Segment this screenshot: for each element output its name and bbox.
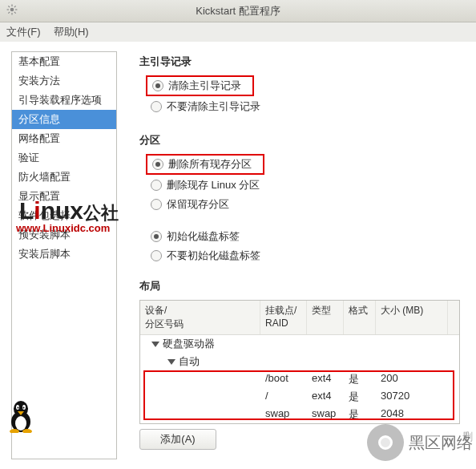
radio-keep-partitions-label: 保留现存分区 (167, 197, 229, 212)
radio-keep-mbr[interactable] (151, 101, 162, 112)
add-button[interactable]: 添加(A) (139, 429, 216, 450)
section-layout-title: 布局 (139, 279, 476, 293)
tree-hdd-label: 硬盘驱动器 (163, 337, 215, 351)
radio-remove-all[interactable] (152, 159, 163, 170)
radio-clear-mbr[interactable] (152, 80, 163, 91)
radio-remove-linux-label: 删除现存 Linux 分区 (167, 178, 260, 192)
radio-remove-linux[interactable] (151, 180, 162, 191)
radio-keep-partitions[interactable] (151, 199, 162, 210)
svg-line-6 (14, 12, 16, 14)
section-mbr-title: 主引导记录 (139, 55, 476, 69)
sidebar-item[interactable]: 显示配置 (12, 187, 116, 206)
radio-noinit-disklabel[interactable] (151, 250, 162, 261)
window-title: Kickstart 配置程序 (196, 4, 280, 18)
expander-icon[interactable] (151, 342, 159, 347)
layout-header-row: 设备/ 分区号码 挂载点/ RAID 类型 格式 大小 (MB) (140, 301, 459, 335)
sidebar-item[interactable]: 网络配置 (12, 129, 116, 148)
radio-keep-mbr-label: 不要清除主引导记录 (167, 99, 260, 114)
tree-auto[interactable]: 自动 (140, 353, 459, 370)
header-mount[interactable]: 挂载点/ RAID (260, 301, 307, 334)
tree-auto-label: 自动 (179, 354, 200, 369)
highlight-mbr-clear: 清除主引导记录 (146, 75, 254, 96)
layout-table: 设备/ 分区号码 挂载点/ RAID 类型 格式 大小 (MB) 硬盘驱动器 自… (139, 300, 460, 424)
header-size[interactable]: 大小 (MB) (376, 301, 448, 334)
main-panel: 主引导记录 清除主引导记录 不要清除主引导记录 分区 删除所有现存分区 删除现存… (117, 42, 476, 469)
svg-line-8 (14, 6, 16, 7)
menubar: 文件(F) 帮助(H) (0, 22, 476, 42)
add-button-label: 添加(A) (160, 432, 195, 447)
menu-help[interactable]: 帮助(H) (52, 23, 91, 41)
sidebar-item[interactable]: 分区信息 (12, 110, 116, 129)
sidebar-item[interactable]: 验证 (12, 148, 116, 168)
highlight-partition-rows (143, 370, 454, 420)
radio-clear-mbr-label: 清除主引导记录 (168, 79, 241, 93)
radio-init-disklabel-label: 初始化磁盘标签 (167, 229, 240, 244)
section-partition-title: 分区 (139, 133, 476, 148)
expander-icon[interactable] (167, 359, 175, 365)
svg-line-7 (8, 12, 10, 14)
svg-line-5 (8, 6, 10, 7)
menu-file[interactable]: 文件(F) (5, 23, 42, 41)
tree-hdd[interactable]: 硬盘驱动器 (140, 335, 459, 353)
delete-hint: 删 (462, 430, 476, 444)
header-format[interactable]: 格式 (344, 301, 376, 334)
sidebar-item[interactable]: 基本配置 (12, 52, 116, 71)
highlight-remove-all: 删除所有现存分区 (146, 154, 264, 175)
sidebar-item[interactable]: 软件包选择 (12, 206, 116, 225)
sidebar: 基本配置安装方法引导装载程序选项分区信息网络配置验证防火墙配置显示配置软件包选择… (11, 51, 117, 459)
window-app-icon (6, 4, 18, 18)
sidebar-item[interactable]: 防火墙配置 (12, 168, 116, 187)
svg-point-0 (10, 8, 14, 12)
radio-remove-all-label: 删除所有现存分区 (168, 157, 252, 172)
radio-init-disklabel[interactable] (151, 231, 162, 242)
header-type[interactable]: 类型 (307, 301, 344, 334)
titlebar: Kickstart 配置程序 (0, 0, 476, 22)
header-device[interactable]: 设备/ 分区号码 (140, 301, 260, 334)
sidebar-item[interactable]: 安装后脚本 (12, 245, 116, 264)
sidebar-item[interactable]: 预安装脚本 (12, 225, 116, 245)
sidebar-item[interactable]: 引导装载程序选项 (12, 91, 116, 110)
sidebar-item[interactable]: 安装方法 (12, 71, 116, 91)
radio-noinit-disklabel-label: 不要初始化磁盘标签 (167, 249, 260, 263)
